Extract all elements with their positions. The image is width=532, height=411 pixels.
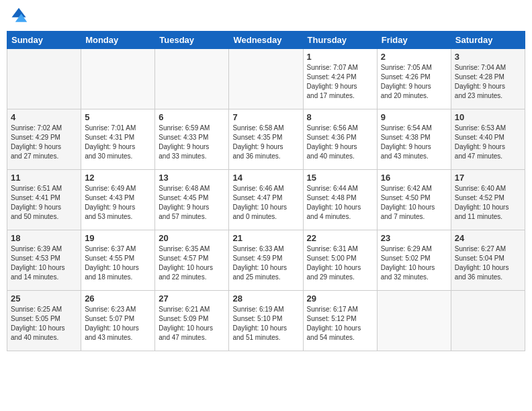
calendar-table: SundayMondayTuesdayWednesdayThursdayFrid… <box>7 31 525 351</box>
cell-text: Sunrise: 6:31 AM Sunset: 5:00 PM Dayligh… <box>307 244 373 282</box>
cell-text: Sunrise: 6:44 AM Sunset: 4:48 PM Dayligh… <box>307 184 373 222</box>
day-number: 5 <box>85 112 151 122</box>
cal-cell <box>81 49 155 109</box>
day-header-saturday: Saturday <box>451 32 525 49</box>
day-number: 23 <box>381 233 447 243</box>
cell-text: Sunrise: 6:40 AM Sunset: 4:52 PM Dayligh… <box>455 184 521 222</box>
day-number: 8 <box>307 112 373 122</box>
cell-text: Sunrise: 6:29 AM Sunset: 5:02 PM Dayligh… <box>381 244 447 282</box>
cell-text: Sunrise: 6:35 AM Sunset: 4:57 PM Dayligh… <box>159 244 225 282</box>
day-number: 22 <box>307 233 373 243</box>
day-header-wednesday: Wednesday <box>229 32 303 49</box>
cell-text: Sunrise: 6:46 AM Sunset: 4:47 PM Dayligh… <box>232 184 299 222</box>
day-number: 9 <box>381 112 447 122</box>
cal-cell: 16Sunrise: 6:42 AM Sunset: 4:50 PM Dayli… <box>377 170 451 230</box>
cell-text: Sunrise: 6:54 AM Sunset: 4:38 PM Dayligh… <box>381 124 447 161</box>
day-number: 1 <box>307 52 373 62</box>
cal-cell: 21Sunrise: 6:33 AM Sunset: 4:59 PM Dayli… <box>229 230 303 291</box>
day-number: 7 <box>232 112 299 122</box>
cal-cell: 23Sunrise: 6:29 AM Sunset: 5:02 PM Dayli… <box>377 230 451 291</box>
cell-text: Sunrise: 6:58 AM Sunset: 4:35 PM Dayligh… <box>232 124 299 161</box>
cell-text: Sunrise: 6:39 AM Sunset: 4:53 PM Dayligh… <box>11 244 77 282</box>
cal-cell: 29Sunrise: 6:17 AM Sunset: 5:12 PM Dayli… <box>303 291 377 351</box>
week-row-1: 1Sunrise: 7:07 AM Sunset: 4:24 PM Daylig… <box>7 49 525 109</box>
cell-text: Sunrise: 6:37 AM Sunset: 4:55 PM Dayligh… <box>85 244 151 282</box>
day-number: 4 <box>11 112 77 122</box>
cell-text: Sunrise: 6:21 AM Sunset: 5:09 PM Dayligh… <box>159 305 225 342</box>
day-number: 19 <box>85 233 151 243</box>
logo <box>9 7 31 26</box>
cal-cell: 10Sunrise: 6:53 AM Sunset: 4:40 PM Dayli… <box>451 109 525 170</box>
cal-cell: 2Sunrise: 7:05 AM Sunset: 4:26 PM Daylig… <box>377 49 451 109</box>
day-number: 14 <box>232 173 299 183</box>
svg-marker-0 <box>12 8 26 17</box>
cal-cell: 18Sunrise: 6:39 AM Sunset: 4:53 PM Dayli… <box>7 230 81 291</box>
day-number: 27 <box>159 293 225 304</box>
day-number: 17 <box>455 173 521 183</box>
cal-cell: 12Sunrise: 6:49 AM Sunset: 4:43 PM Dayli… <box>81 170 155 230</box>
cell-text: Sunrise: 7:05 AM Sunset: 4:26 PM Dayligh… <box>381 63 447 101</box>
cal-cell <box>229 49 303 109</box>
cell-text: Sunrise: 6:59 AM Sunset: 4:33 PM Dayligh… <box>159 124 225 161</box>
cal-cell: 3Sunrise: 7:04 AM Sunset: 4:28 PM Daylig… <box>451 49 525 109</box>
cal-cell: 4Sunrise: 7:02 AM Sunset: 4:29 PM Daylig… <box>7 109 81 170</box>
week-row-3: 11Sunrise: 6:51 AM Sunset: 4:41 PM Dayli… <box>7 170 525 230</box>
day-number: 10 <box>455 112 521 122</box>
cell-text: Sunrise: 6:17 AM Sunset: 5:12 PM Dayligh… <box>307 305 373 342</box>
cal-cell: 6Sunrise: 6:59 AM Sunset: 4:33 PM Daylig… <box>155 109 229 170</box>
cal-cell: 17Sunrise: 6:40 AM Sunset: 4:52 PM Dayli… <box>451 170 525 230</box>
cell-text: Sunrise: 6:33 AM Sunset: 4:59 PM Dayligh… <box>232 244 299 282</box>
cal-cell: 15Sunrise: 6:44 AM Sunset: 4:48 PM Dayli… <box>303 170 377 230</box>
day-header-sunday: Sunday <box>7 32 81 49</box>
cal-cell <box>451 291 525 351</box>
cal-cell <box>377 291 451 351</box>
cal-cell: 19Sunrise: 6:37 AM Sunset: 4:55 PM Dayli… <box>81 230 155 291</box>
cell-text: Sunrise: 7:01 AM Sunset: 4:31 PM Dayligh… <box>85 124 151 161</box>
cell-text: Sunrise: 6:25 AM Sunset: 5:05 PM Dayligh… <box>11 305 77 342</box>
cell-text: Sunrise: 6:49 AM Sunset: 4:43 PM Dayligh… <box>85 184 151 222</box>
cell-text: Sunrise: 6:56 AM Sunset: 4:36 PM Dayligh… <box>307 124 373 161</box>
cal-cell: 13Sunrise: 6:48 AM Sunset: 4:45 PM Dayli… <box>155 170 229 230</box>
cal-cell <box>155 49 229 109</box>
week-row-4: 18Sunrise: 6:39 AM Sunset: 4:53 PM Dayli… <box>7 230 525 291</box>
day-header-friday: Friday <box>377 32 451 49</box>
cal-cell: 7Sunrise: 6:58 AM Sunset: 4:35 PM Daylig… <box>229 109 303 170</box>
page-header <box>7 7 525 26</box>
day-number: 16 <box>381 173 447 183</box>
day-number: 25 <box>11 293 77 304</box>
day-number: 28 <box>232 293 299 304</box>
cal-cell: 28Sunrise: 6:19 AM Sunset: 5:10 PM Dayli… <box>229 291 303 351</box>
cal-cell: 26Sunrise: 6:23 AM Sunset: 5:07 PM Dayli… <box>81 291 155 351</box>
cal-cell: 25Sunrise: 6:25 AM Sunset: 5:05 PM Dayli… <box>7 291 81 351</box>
day-number: 6 <box>159 112 225 122</box>
day-number: 21 <box>232 233 299 243</box>
week-row-5: 25Sunrise: 6:25 AM Sunset: 5:05 PM Dayli… <box>7 291 525 351</box>
days-header-row: SundayMondayTuesdayWednesdayThursdayFrid… <box>7 32 525 49</box>
cal-cell: 22Sunrise: 6:31 AM Sunset: 5:00 PM Dayli… <box>303 230 377 291</box>
day-number: 26 <box>85 293 151 304</box>
cal-cell: 1Sunrise: 7:07 AM Sunset: 4:24 PM Daylig… <box>303 49 377 109</box>
cell-text: Sunrise: 6:19 AM Sunset: 5:10 PM Dayligh… <box>232 305 299 342</box>
cal-cell: 27Sunrise: 6:21 AM Sunset: 5:09 PM Dayli… <box>155 291 229 351</box>
cell-text: Sunrise: 6:42 AM Sunset: 4:50 PM Dayligh… <box>381 184 447 222</box>
cell-text: Sunrise: 7:02 AM Sunset: 4:29 PM Dayligh… <box>11 124 77 161</box>
cal-cell <box>7 49 81 109</box>
cal-cell: 8Sunrise: 6:56 AM Sunset: 4:36 PM Daylig… <box>303 109 377 170</box>
day-header-thursday: Thursday <box>303 32 377 49</box>
week-row-2: 4Sunrise: 7:02 AM Sunset: 4:29 PM Daylig… <box>7 109 525 170</box>
cal-cell: 20Sunrise: 6:35 AM Sunset: 4:57 PM Dayli… <box>155 230 229 291</box>
cal-cell: 14Sunrise: 6:46 AM Sunset: 4:47 PM Dayli… <box>229 170 303 230</box>
day-number: 15 <box>307 173 373 183</box>
day-header-monday: Monday <box>81 32 155 49</box>
day-number: 13 <box>159 173 225 183</box>
day-number: 24 <box>455 233 521 243</box>
cell-text: Sunrise: 7:07 AM Sunset: 4:24 PM Dayligh… <box>307 63 373 101</box>
cell-text: Sunrise: 7:04 AM Sunset: 4:28 PM Dayligh… <box>455 63 521 101</box>
cell-text: Sunrise: 6:23 AM Sunset: 5:07 PM Dayligh… <box>85 305 151 342</box>
cal-cell: 11Sunrise: 6:51 AM Sunset: 4:41 PM Dayli… <box>7 170 81 230</box>
cal-cell: 9Sunrise: 6:54 AM Sunset: 4:38 PM Daylig… <box>377 109 451 170</box>
cal-cell: 5Sunrise: 7:01 AM Sunset: 4:31 PM Daylig… <box>81 109 155 170</box>
day-number: 20 <box>159 233 225 243</box>
cell-text: Sunrise: 6:51 AM Sunset: 4:41 PM Dayligh… <box>11 184 77 222</box>
day-number: 3 <box>455 52 521 62</box>
